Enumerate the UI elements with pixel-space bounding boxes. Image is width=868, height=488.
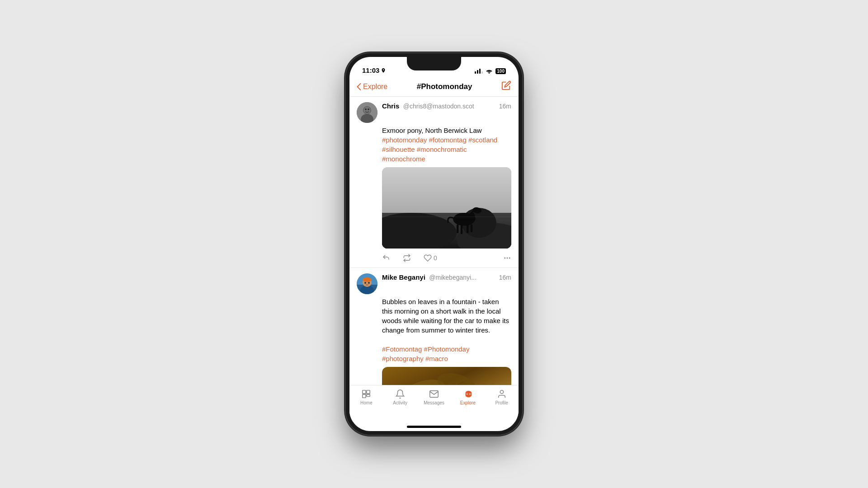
boost-button[interactable] — [403, 254, 411, 262]
more-button[interactable] — [503, 254, 511, 262]
svg-point-52 — [500, 390, 503, 394]
avatar[interactable] — [357, 102, 377, 123]
tab-activity[interactable]: Activity — [383, 389, 417, 405]
horse-scene — [382, 167, 511, 249]
svg-rect-42 — [367, 390, 370, 394]
post-body-text: Exmoor pony, North Berwick Law — [382, 127, 482, 134]
home-bar — [407, 426, 461, 428]
avatar[interactable] — [357, 273, 377, 294]
profile-icon — [497, 389, 507, 399]
signal-bar-3 — [479, 69, 481, 74]
tab-messages[interactable]: Messages — [417, 389, 451, 405]
post-header: Mike Beganyi @mikebeganyi... 16m — [357, 273, 511, 294]
svg-point-28 — [364, 282, 366, 284]
status-icons: 100 — [475, 68, 506, 74]
home-indicator — [349, 422, 519, 431]
back-button[interactable]: Explore — [357, 83, 387, 91]
svg-point-51 — [469, 394, 471, 395]
svg-rect-15 — [461, 224, 462, 234]
explore-icon — [463, 389, 473, 399]
messages-icon — [429, 389, 439, 399]
nav-header: Explore #Photomonday — [349, 77, 519, 97]
reply-icon — [382, 254, 390, 262]
svg-rect-17 — [471, 224, 472, 232]
svg-point-29 — [368, 282, 370, 284]
post-actions: 0 — [382, 252, 511, 262]
horse-photo — [382, 167, 511, 249]
signal-bar-4 — [481, 71, 483, 74]
post-image-inner — [382, 167, 511, 249]
user-info: Chris @chris8@mastodon.scot — [382, 102, 474, 110]
svg-rect-16 — [467, 224, 468, 233]
tab-bar: Home Activity Messages — [349, 385, 519, 422]
more-icon — [503, 254, 511, 262]
back-label: Explore — [363, 83, 387, 91]
user-handle[interactable]: @chris8@mastodon.scot — [403, 103, 474, 110]
tab-explore[interactable]: Explore — [451, 389, 485, 405]
reply-button[interactable] — [382, 254, 390, 262]
signal-icon — [475, 69, 483, 74]
compose-icon — [501, 80, 511, 90]
user-row: Chris @chris8@mastodon.scot 16m — [382, 102, 511, 110]
svg-point-4 — [365, 108, 367, 110]
post-text: Bubbles on leaves in a fountain - taken … — [382, 297, 511, 363]
post-time: 16m — [499, 274, 511, 281]
post-text: Exmoor pony, North Berwick Law #photomon… — [382, 126, 511, 164]
chris-avatar-image — [357, 102, 377, 123]
feed[interactable]: Chris @chris8@mastodon.scot 16m Exmoor p… — [349, 97, 519, 385]
boost-icon — [403, 254, 411, 262]
user-row: Mike Beganyi @mikebeganyi... 16m — [382, 273, 511, 282]
like-button[interactable]: 0 — [424, 254, 437, 262]
status-time: 11:03 — [362, 66, 386, 74]
location-icon — [381, 68, 386, 73]
username[interactable]: Chris — [382, 102, 399, 110]
tab-profile-label: Profile — [495, 400, 508, 405]
tab-activity-label: Activity — [393, 400, 407, 405]
home-icon — [361, 389, 371, 399]
wifi-icon — [486, 69, 493, 74]
svg-point-5 — [368, 108, 369, 110]
svg-point-20 — [507, 258, 508, 259]
post-hashtags[interactable]: #photomonday #fotomontag #scotland#silho… — [382, 136, 497, 163]
back-chevron-icon — [357, 83, 361, 90]
tab-explore-label: Explore — [460, 400, 476, 405]
like-count: 0 — [434, 254, 437, 262]
post-time: 16m — [499, 103, 511, 110]
tab-home[interactable]: Home — [349, 389, 383, 405]
compose-button[interactable] — [501, 80, 511, 93]
svg-rect-41 — [363, 394, 366, 398]
battery-icon: 100 — [495, 68, 506, 74]
user-handle[interactable]: @mikebeganyi... — [429, 274, 476, 281]
heart-icon — [424, 254, 432, 262]
leaf-photo — [382, 367, 511, 385]
svg-point-27 — [363, 277, 372, 282]
post-body-text: Bubbles on leaves in a fountain - taken … — [382, 298, 509, 334]
post-image[interactable] — [382, 367, 511, 385]
svg-rect-14 — [457, 224, 458, 233]
username[interactable]: Mike Beganyi — [382, 273, 425, 281]
post-header: Chris @chris8@mastodon.scot 16m — [357, 102, 511, 123]
post-hashtags[interactable]: #Fotomontag #Photomonday#photography #ma… — [382, 345, 469, 362]
activity-icon — [395, 389, 405, 399]
signal-bar-1 — [475, 71, 476, 74]
svg-rect-43 — [367, 394, 370, 397]
mike-avatar-image — [357, 273, 377, 294]
svg-rect-40 — [363, 390, 366, 394]
tab-home-label: Home — [360, 400, 373, 405]
post-image[interactable] — [382, 167, 511, 249]
battery-level: 100 — [497, 69, 505, 74]
user-info: Mike Beganyi @mikebeganyi... — [382, 273, 476, 282]
page-title: #Photomonday — [417, 82, 472, 91]
post-meta: Chris @chris8@mastodon.scot 16m — [382, 102, 511, 111]
svg-point-3 — [363, 107, 371, 114]
signal-bar-2 — [477, 70, 478, 74]
time-display: 11:03 — [362, 66, 379, 74]
phone-notch — [407, 57, 461, 70]
tab-profile[interactable]: Profile — [485, 389, 519, 405]
post-meta: Mike Beganyi @mikebeganyi... 16m — [382, 273, 511, 282]
post-item: Chris @chris8@mastodon.scot 16m Exmoor p… — [349, 97, 519, 268]
phone-screen: 11:03 100 — [349, 57, 519, 431]
svg-point-50 — [467, 394, 468, 395]
post-item: Mike Beganyi @mikebeganyi... 16m Bubbles… — [349, 268, 519, 385]
svg-point-19 — [504, 258, 505, 259]
